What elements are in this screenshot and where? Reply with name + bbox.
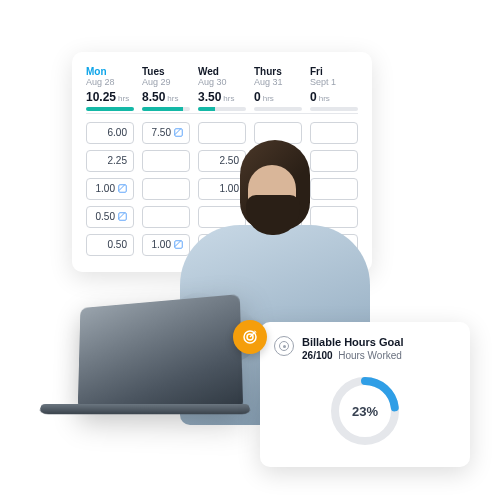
day-date: Aug 29 bbox=[142, 77, 190, 88]
hours-unit: hrs bbox=[118, 94, 129, 103]
progress-ring: 23% bbox=[325, 371, 405, 451]
day-name: Mon bbox=[86, 66, 134, 77]
target-badge-icon bbox=[233, 320, 267, 354]
day-name: Tues bbox=[142, 66, 190, 77]
timesheet-day-header[interactable]: Thurs Aug 31 0 hrs bbox=[254, 66, 302, 111]
hours-unit: hrs bbox=[263, 94, 274, 103]
hours-unit: hrs bbox=[319, 94, 330, 103]
timesheet-day-header[interactable]: Mon Aug 28 10.25 hrs bbox=[86, 66, 134, 111]
day-total: 10.25 bbox=[86, 90, 116, 104]
day-name: Thurs bbox=[254, 66, 302, 77]
timesheet-header: Mon Aug 28 10.25 hrs Tues Aug 29 8.50 hr… bbox=[86, 66, 358, 114]
goal-title: Billable Hours Goal bbox=[302, 336, 403, 349]
timesheet-day-header[interactable]: Wed Aug 30 3.50 hrs bbox=[198, 66, 246, 111]
day-total: 0 bbox=[310, 90, 317, 104]
goal-subtitle: 26/100 Hours Worked bbox=[302, 350, 403, 361]
day-total: 3.50 bbox=[198, 90, 221, 104]
progress-percent: 23% bbox=[325, 371, 405, 451]
timesheet-day-header[interactable]: Tues Aug 29 8.50 hrs bbox=[142, 66, 190, 111]
hours-unit: hrs bbox=[167, 94, 178, 103]
timesheet-day-header[interactable]: Fri Sept 1 0 hrs bbox=[310, 66, 358, 111]
day-total: 0 bbox=[254, 90, 261, 104]
day-date: Aug 28 bbox=[86, 77, 134, 88]
day-total: 8.50 bbox=[142, 90, 165, 104]
laptop-illustration bbox=[40, 300, 270, 450]
day-name: Wed bbox=[198, 66, 246, 77]
day-date: Aug 31 bbox=[254, 77, 302, 88]
day-date: Aug 30 bbox=[198, 77, 246, 88]
hours-unit: hrs bbox=[223, 94, 234, 103]
billable-goal-card: Billable Hours Goal 26/100 Hours Worked … bbox=[260, 322, 470, 467]
day-name: Fri bbox=[310, 66, 358, 77]
day-date: Sept 1 bbox=[310, 77, 358, 88]
target-icon bbox=[274, 336, 294, 356]
